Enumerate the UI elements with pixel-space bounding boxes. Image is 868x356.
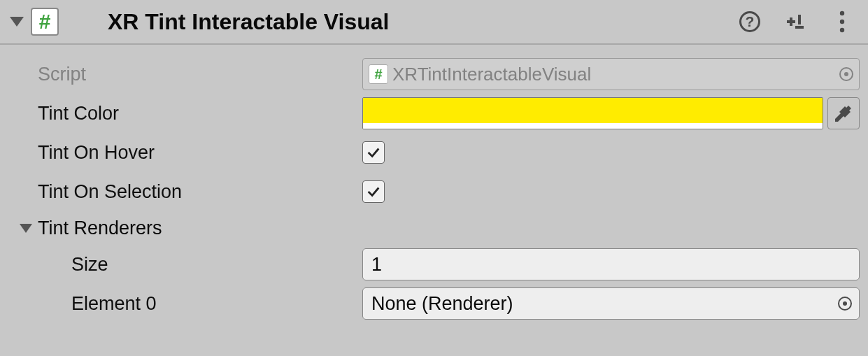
chevron-down-icon[interactable] (20, 224, 32, 233)
chevron-down-icon[interactable] (10, 17, 24, 27)
script-field[interactable]: # XRTintInteractableVisual (362, 58, 860, 90)
object-field-element-0[interactable]: None (Renderer) (362, 287, 860, 320)
svg-rect-1 (790, 17, 792, 26)
svg-rect-2 (798, 15, 801, 24)
row-tint-on-hover: Tint On Hover (8, 133, 860, 172)
object-picker-icon[interactable] (839, 67, 853, 81)
svg-rect-3 (795, 26, 804, 29)
element-0-value: None (Renderer) (371, 293, 513, 315)
label-element-0: Element 0 (8, 293, 362, 315)
object-picker-icon[interactable] (838, 297, 852, 311)
row-tint-color: Tint Color (8, 94, 860, 133)
check-icon (366, 184, 381, 199)
row-tint-renderers: Tint Renderers (8, 211, 860, 245)
component-menu-button[interactable] (829, 8, 855, 35)
row-array-size: Size 1 (8, 245, 860, 284)
color-rgb (363, 98, 823, 123)
kebab-menu-icon (839, 10, 846, 34)
svg-point-4 (840, 11, 844, 15)
label-size: Size (8, 254, 362, 276)
preset-icon (785, 10, 807, 33)
component-title: XR Tint Interactable Visual (108, 9, 737, 35)
component-header: # XR Tint Interactable Visual ? (0, 0, 868, 45)
help-icon: ? (739, 11, 760, 32)
label-script: Script (8, 64, 362, 85)
eyedropper-button[interactable] (827, 97, 860, 129)
label-tint-renderers: Tint Renderers (38, 218, 162, 239)
script-icon: # (369, 64, 388, 84)
preset-button[interactable] (783, 8, 809, 35)
component-body: Script # XRTintInteractableVisual Tint C… (0, 45, 868, 323)
label-tint-on-hover: Tint On Hover (8, 142, 362, 164)
row-array-element-0: Element 0 None (Renderer) (8, 284, 860, 323)
size-value: 1 (371, 254, 382, 276)
checkbox-tint-on-hover[interactable] (362, 141, 385, 164)
script-name: XRTintInteractableVisual (392, 64, 591, 85)
svg-point-6 (840, 28, 844, 32)
input-array-size[interactable]: 1 (362, 248, 860, 280)
svg-point-5 (840, 20, 844, 24)
color-swatch[interactable] (362, 97, 823, 129)
checkbox-tint-on-selection[interactable] (362, 180, 385, 203)
row-script: Script # XRTintInteractableVisual (8, 55, 860, 94)
script-icon: # (31, 8, 59, 36)
label-tint-on-selection: Tint On Selection (8, 181, 362, 203)
color-alpha-bar (363, 123, 823, 129)
row-tint-on-selection: Tint On Selection (8, 172, 860, 211)
label-tint-color: Tint Color (8, 103, 362, 124)
check-icon (366, 145, 381, 160)
eyedropper-icon (834, 104, 853, 122)
color-field (362, 97, 860, 129)
help-button[interactable]: ? (737, 8, 763, 35)
header-actions: ? (737, 8, 860, 35)
